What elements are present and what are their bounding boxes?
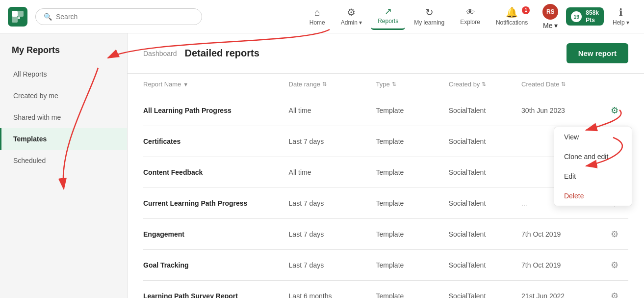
nav-item-explore[interactable]: 👁 Explore xyxy=(453,4,487,29)
actions-dropdown: View Clone and edit Edit Delete xyxy=(554,127,632,206)
menu-item-delete[interactable]: Delete xyxy=(554,186,632,206)
nav-item-my-learning[interactable]: ↻ My learning xyxy=(407,3,451,30)
top-navigation: 🔍 ⌂ Home ⚙ Admin ▾ ↗ Reports ↻ My learni… xyxy=(0,0,644,33)
sort-icon-type: ⇅ xyxy=(392,81,396,87)
type-1: Template xyxy=(376,107,449,114)
date-range-6: Last 7 days xyxy=(289,261,376,269)
sort-icon-date-range: ⇅ xyxy=(322,81,327,87)
created-date-6: 7th Oct 2019 xyxy=(521,261,609,269)
nav-label-admin: Admin ▾ xyxy=(341,19,362,26)
nav-item-home[interactable]: ⌂ Home xyxy=(303,3,332,30)
svg-rect-3 xyxy=(18,17,20,19)
nav-label-my-learning: My learning xyxy=(414,19,444,26)
report-name-4: Current Learning Path Progress xyxy=(143,199,289,207)
search-input[interactable] xyxy=(56,13,194,21)
sidebar-item-all-reports[interactable]: All Reports xyxy=(0,63,127,85)
info-icon: ℹ xyxy=(619,7,623,17)
avatar: RS xyxy=(542,4,558,20)
th-created-date: Created Date ⇅ xyxy=(521,81,609,88)
created-by-2: SocialTalent xyxy=(449,137,521,145)
report-name-5: Engagement xyxy=(143,230,289,238)
report-name-2: Certificates xyxy=(143,137,289,145)
main-header: Dashboard Detailed reports New report xyxy=(128,33,644,74)
nav-items: ⌂ Home ⚙ Admin ▾ ↗ Reports ↻ My learning… xyxy=(303,0,636,33)
sidebar-item-shared-with-me[interactable]: Shared with me xyxy=(0,107,127,128)
nav-item-me[interactable]: RS Me ▾ xyxy=(537,0,564,33)
sort-icon-created-by: ⇅ xyxy=(482,81,486,87)
search-icon: 🔍 xyxy=(44,13,52,21)
search-bar[interactable]: 🔍 xyxy=(35,8,202,25)
nav-label-notifications: Notifications xyxy=(496,19,528,26)
my-learning-icon: ↻ xyxy=(425,7,434,17)
th-report-name: Report Name ▼ xyxy=(143,81,289,88)
table-row: Engagement Last 7 days Template SocialTa… xyxy=(143,219,628,250)
explore-icon: 👁 xyxy=(466,8,475,17)
nav-label-me: Me ▾ xyxy=(543,22,558,29)
actions-button-6[interactable]: ⚙ xyxy=(609,258,620,272)
table-row: All Learning Path Progress All time Temp… xyxy=(143,95,628,126)
created-date-1: 30th Jun 2023 xyxy=(521,107,609,114)
content-wrapper: My Reports All Reports Created by me Sha… xyxy=(0,33,644,298)
page-title: Detailed reports xyxy=(185,48,259,59)
nav-item-reports[interactable]: ↗ Reports xyxy=(371,3,405,30)
nav-label-reports: Reports xyxy=(378,18,398,25)
new-report-button[interactable]: New report xyxy=(567,43,628,63)
gear-icon: ⚙ xyxy=(347,7,356,17)
date-range-4: Last 7 days xyxy=(289,199,376,207)
points-badge[interactable]: 19 858k Pts xyxy=(566,7,604,26)
type-4: Template xyxy=(376,199,449,207)
th-type: Type ⇅ xyxy=(376,81,449,88)
sidebar-item-templates[interactable]: Templates xyxy=(0,128,127,150)
report-name-1: All Learning Path Progress xyxy=(143,107,289,114)
sort-icon-report-name: ▼ xyxy=(183,81,188,87)
nav-label-home: Home xyxy=(309,19,325,26)
type-2: Template xyxy=(376,137,449,145)
table-header: Report Name ▼ Date range ⇅ Type ⇅ Create… xyxy=(143,74,628,95)
svg-rect-1 xyxy=(18,11,24,17)
th-date-range: Date range ⇅ xyxy=(289,81,376,88)
menu-item-edit[interactable]: Edit xyxy=(554,166,632,186)
nav-item-notifications[interactable]: 🔔 1 Notifications xyxy=(489,3,535,30)
nav-item-admin[interactable]: ⚙ Admin ▾ xyxy=(334,3,369,30)
date-range-3: All time xyxy=(289,168,376,176)
reports-table: Report Name ▼ Date range ⇅ Type ⇅ Create… xyxy=(128,74,644,298)
created-by-7: SocialTalent xyxy=(449,292,521,298)
actions-button-7[interactable]: ⚙ xyxy=(609,289,620,298)
breadcrumb-dashboard[interactable]: Dashboard xyxy=(143,50,177,57)
type-7: Template xyxy=(376,292,449,298)
table-row: Goal Tracking Last 7 days Template Socia… xyxy=(143,250,628,281)
svg-rect-2 xyxy=(12,17,18,23)
report-name-6: Goal Tracking xyxy=(143,261,289,269)
created-by-3: SocialTalent xyxy=(449,168,521,176)
created-date-7: 21st Jun 2022 xyxy=(521,292,609,298)
created-by-5: SocialTalent xyxy=(449,230,521,238)
actions-button-1[interactable]: ⚙ xyxy=(609,103,620,118)
table-row: Learning Path Survey Report Last 6 month… xyxy=(143,281,628,298)
report-name-3: Content Feedback xyxy=(143,168,289,176)
created-by-1: SocialTalent xyxy=(449,107,521,114)
sidebar: My Reports All Reports Created by me Sha… xyxy=(0,33,128,298)
notification-badge: 1 xyxy=(522,6,530,14)
menu-item-view[interactable]: View xyxy=(554,127,632,147)
app-logo xyxy=(8,7,27,27)
home-icon: ⌂ xyxy=(314,7,320,17)
sidebar-item-created-by-me[interactable]: Created by me xyxy=(0,85,127,107)
th-actions xyxy=(609,81,628,88)
nav-label-explore: Explore xyxy=(460,19,480,26)
svg-rect-0 xyxy=(12,11,18,17)
type-6: Template xyxy=(376,261,449,269)
nav-label-help: Help ▾ xyxy=(613,19,629,26)
date-range-1: All time xyxy=(289,107,376,114)
actions-button-5[interactable]: ⚙ xyxy=(609,227,620,242)
sidebar-section-title: My Reports xyxy=(0,45,127,63)
menu-item-clone-and-edit[interactable]: Clone and edit xyxy=(554,147,632,166)
report-name-7: Learning Path Survey Report xyxy=(143,292,289,298)
nav-item-help[interactable]: ℹ Help ▾ xyxy=(606,3,636,30)
main-content: Dashboard Detailed reports New report Re… xyxy=(128,33,644,298)
date-range-7: Last 6 months xyxy=(289,292,376,298)
date-range-2: Last 7 days xyxy=(289,137,376,145)
created-by-6: SocialTalent xyxy=(449,261,521,269)
sidebar-item-scheduled[interactable]: Scheduled xyxy=(0,150,127,171)
created-by-4: SocialTalent xyxy=(449,199,521,207)
sort-icon-created-date: ⇅ xyxy=(561,81,566,87)
